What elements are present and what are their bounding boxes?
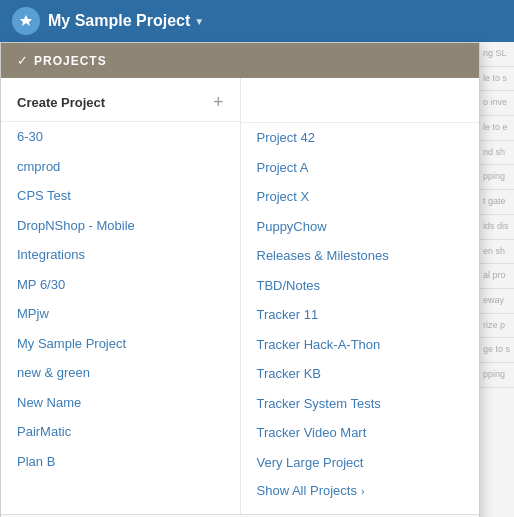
create-project-plus-icon[interactable]: + xyxy=(213,92,224,113)
list-item[interactable]: Project X xyxy=(241,182,480,212)
list-item[interactable]: 6-30 xyxy=(1,122,240,152)
show-all-projects-row[interactable]: Show All Projects › xyxy=(241,477,480,506)
list-item[interactable]: Tracker System Tests xyxy=(241,389,480,419)
list-item[interactable]: Tracker 11 xyxy=(241,300,480,330)
projects-col-right: Project 42 Project A Project X PuppyChow… xyxy=(241,78,480,514)
logo-icon xyxy=(18,13,34,29)
list-item[interactable]: TBD/Notes xyxy=(241,271,480,301)
create-project-row: Create Project + xyxy=(1,86,240,122)
show-all-arrow-icon: › xyxy=(361,485,365,497)
list-item[interactable]: Plan B xyxy=(1,447,240,477)
list-item[interactable]: CPS Test xyxy=(1,181,240,211)
list-item[interactable]: Project A xyxy=(241,153,480,183)
projects-col-left: Create Project + 6-30 cmprod CPS Test Dr… xyxy=(1,78,241,514)
list-item[interactable]: MP 6/30 xyxy=(1,270,240,300)
list-item[interactable]: Tracker Video Mart xyxy=(241,418,480,448)
list-item[interactable]: Tracker KB xyxy=(241,359,480,389)
list-item[interactable]: Tracker Hack-A-Thon xyxy=(241,330,480,360)
list-item[interactable]: Project 42 xyxy=(241,123,480,153)
svg-marker-0 xyxy=(20,15,32,26)
check-icon: ✓ xyxy=(17,53,28,68)
dropdown-header: ✓ PROJECTS xyxy=(1,43,479,78)
projects-dropdown: ✓ PROJECTS Create Project + 6-30 cmprod … xyxy=(0,42,480,517)
list-item[interactable]: PairMatic xyxy=(1,417,240,447)
list-item[interactable]: Releases & Milestones xyxy=(241,241,480,271)
projects-body: Create Project + 6-30 cmprod CPS Test Dr… xyxy=(1,78,479,514)
nav-logo[interactable] xyxy=(12,7,40,35)
list-item[interactable]: MPjw xyxy=(1,299,240,329)
list-item[interactable]: DropNShop - Mobile xyxy=(1,211,240,241)
nav-project-title: My Sample Project xyxy=(48,12,190,30)
list-item[interactable]: My Sample Project xyxy=(1,329,240,359)
right-peek-panel: ng SL le to s o inve le to e nd sh pping… xyxy=(479,42,514,517)
list-item[interactable]: cmprod xyxy=(1,152,240,182)
nav-dropdown-arrow-icon[interactable]: ▼ xyxy=(194,16,204,27)
list-item[interactable]: Integrations xyxy=(1,240,240,270)
list-item[interactable]: new & green xyxy=(1,358,240,388)
col-right-spacer xyxy=(241,86,480,123)
list-item[interactable]: Very Large Project xyxy=(241,448,480,478)
dropdown-header-label: PROJECTS xyxy=(34,54,107,68)
create-project-label: Create Project xyxy=(17,95,105,110)
list-item[interactable]: New Name xyxy=(1,388,240,418)
top-nav: My Sample Project ▼ xyxy=(0,0,514,42)
show-all-label: Show All Projects xyxy=(257,483,357,498)
list-item[interactable]: PuppyChow xyxy=(241,212,480,242)
